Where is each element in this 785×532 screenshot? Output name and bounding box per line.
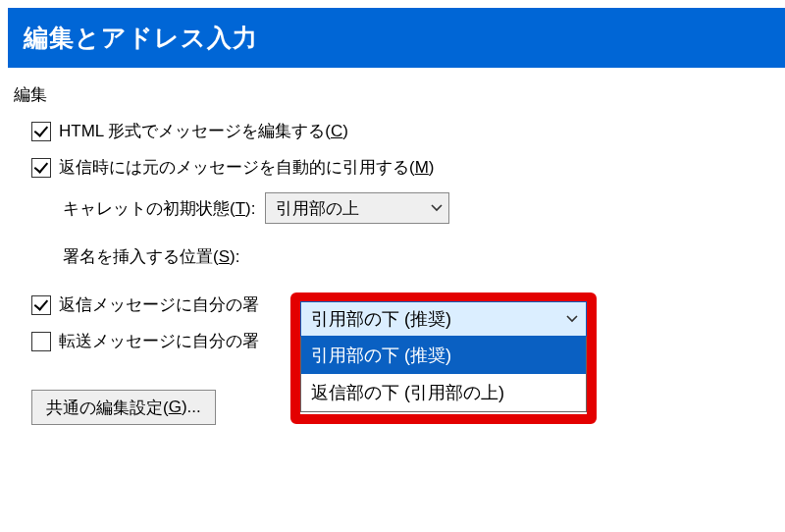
- signature-position-label: 署名を挿入する位置(S):: [63, 245, 239, 268]
- checkbox-label: 返信メッセージに自分の署: [59, 293, 259, 316]
- dropdown-option[interactable]: 引用部の下 (推奨): [301, 337, 586, 374]
- select-value: 引用部の下 (推奨): [311, 307, 451, 331]
- select-signature-position-list: 引用部の下 (推奨) 返信部の下 (引用部の上): [300, 337, 587, 412]
- checkbox-row-html-compose[interactable]: HTML 形式でメッセージを編集する(C): [31, 120, 785, 142]
- banner-title: 編集とアドレス入力: [24, 24, 258, 51]
- select-signature-position[interactable]: 引用部の下 (推奨) 引用部の下 (推奨) 返信部の下 (引用部の上): [300, 301, 587, 412]
- checkbox-html-compose[interactable]: [31, 122, 51, 141]
- group-label-edit: 編集: [14, 83, 785, 106]
- checkbox-label: HTML 形式でメッセージを編集する(C): [59, 120, 348, 142]
- row-signature-position: 署名を挿入する位置(S):: [63, 245, 785, 268]
- checkbox-auto-quote[interactable]: [31, 158, 51, 178]
- select-value: 引用部の上: [276, 197, 359, 220]
- chevron-down-icon: [431, 202, 443, 214]
- select-signature-position-field[interactable]: 引用部の下 (推奨): [300, 301, 587, 337]
- caret-label: キャレットの初期状態(T):: [63, 197, 255, 220]
- chevron-down-icon: [566, 313, 578, 325]
- row-caret-position: キャレットの初期状態(T): 引用部の上: [63, 192, 785, 224]
- checkbox-forward-signature[interactable]: [31, 332, 51, 351]
- checkbox-label: 転送メッセージに自分の署: [59, 330, 259, 352]
- section-banner: 編集とアドレス入力: [8, 8, 785, 68]
- checkbox-reply-signature[interactable]: [31, 295, 51, 315]
- select-caret-position[interactable]: 引用部の上: [265, 192, 449, 224]
- checkbox-row-auto-quote[interactable]: 返信時には元のメッセージを自動的に引用する(M): [31, 156, 785, 179]
- dropdown-option[interactable]: 返信部の下 (引用部の上): [301, 374, 586, 411]
- common-compose-settings-button[interactable]: 共通の編集設定(G)...: [31, 390, 216, 425]
- checkbox-label: 返信時には元のメッセージを自動的に引用する(M): [59, 156, 435, 179]
